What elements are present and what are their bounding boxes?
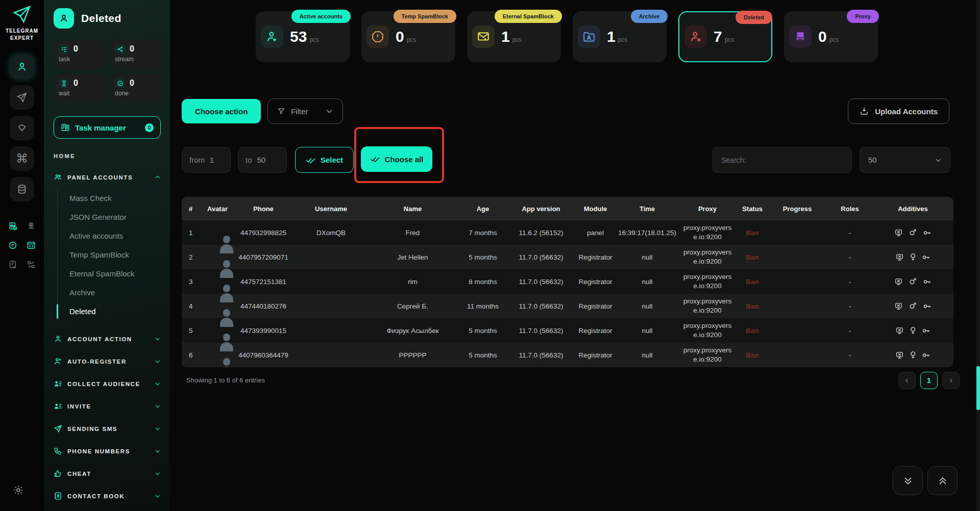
chevron-down-icon <box>154 358 161 365</box>
card-eternal-spamblock[interactable]: Eternal SpamBlock 1pcs <box>467 11 561 62</box>
col-num[interactable]: # <box>182 205 202 213</box>
col-proxy[interactable]: Proxy <box>677 205 738 213</box>
table-row[interactable]: 1 447932998825 DXomQB Fred 7 months 11.6… <box>182 220 953 245</box>
document-check-icon[interactable] <box>8 260 17 271</box>
select-button[interactable]: Select <box>295 147 354 173</box>
sidebar-item-panel-accounts[interactable]: PANEL ACCOUNTS <box>54 173 161 182</box>
sidebar-item-mass-check[interactable]: Mass Check <box>58 189 161 208</box>
choose-all-button[interactable]: Choose all <box>361 146 432 172</box>
sidebar-item-phone-numbers[interactable]: PHONE NUMBERS <box>54 447 161 455</box>
col-time[interactable]: Time <box>617 205 677 213</box>
person-heart-icon <box>261 25 283 48</box>
brand-logo: TELEGRAMEXPERT <box>0 4 44 41</box>
stat-stream-value: 0 <box>130 44 134 54</box>
task-manager-button[interactable]: Task manager 0 <box>54 116 161 139</box>
key-icon[interactable] <box>923 228 932 237</box>
status-badge: Ban <box>738 229 767 237</box>
choose-action-button[interactable]: Choose action <box>182 99 261 123</box>
code-window-icon[interactable] <box>27 241 36 252</box>
spamblock-monitor-icon[interactable] <box>894 228 903 237</box>
rail-command-button[interactable]: ⌘ <box>10 146 34 171</box>
sidebar: Deleted 0 task 0 stream 0 <box>44 0 170 511</box>
vertical-scrollbar[interactable] <box>976 0 980 511</box>
rail-premium-button[interactable] <box>10 116 34 140</box>
card-badge: Deleted <box>736 11 772 24</box>
col-name[interactable]: Name <box>368 205 457 213</box>
card-value: 0 <box>818 28 827 45</box>
col-status[interactable]: Status <box>738 205 767 213</box>
next-page-button[interactable] <box>942 372 960 389</box>
table-row[interactable]: 2 4407957209071 Jet Hellen 5 months 11.7… <box>182 245 953 269</box>
card-active-accounts[interactable]: Active accounts 53pcs <box>256 11 350 62</box>
card-proxy[interactable]: Proxy 0pcs <box>784 11 878 62</box>
upload-accounts-button[interactable]: Upload Accounts <box>848 98 949 124</box>
key-icon[interactable] <box>922 253 930 262</box>
bot-settings-icon[interactable] <box>8 241 17 252</box>
rail-accounts-button[interactable] <box>10 55 34 79</box>
col-progress[interactable]: Progress <box>767 205 827 213</box>
page-number-button[interactable]: 1 <box>920 372 938 389</box>
spamblock-monitor-icon[interactable] <box>894 277 903 286</box>
card-archive[interactable]: Archive 1pcs <box>573 11 667 62</box>
server-check-icon[interactable] <box>8 221 17 233</box>
key-icon[interactable] <box>922 326 930 335</box>
card-unit: pcs <box>512 36 522 43</box>
sidebar-item-archive[interactable]: Archive <box>58 283 161 302</box>
sidebar-item-account-action[interactable]: ACCOUNT ACTION <box>54 335 161 343</box>
rail-send-button[interactable] <box>10 85 34 110</box>
table-row[interactable]: 4 447440180276 Сергей Б. 11 months 11.7.… <box>182 294 953 318</box>
filter-dropdown[interactable]: Filter <box>267 98 343 124</box>
table-row[interactable]: 5 447393990015 Физрук Асылбек 5 months 1… <box>182 318 953 343</box>
scroll-to-bottom-button[interactable] <box>893 466 923 495</box>
account-network-icon[interactable] <box>27 221 36 233</box>
scroll-to-top-button[interactable] <box>927 466 958 495</box>
sidebar-item-sending-sms[interactable]: SENDING SMS <box>54 424 161 433</box>
pagination: 1 <box>898 372 960 389</box>
sidebar-item-deleted[interactable]: Deleted <box>58 302 161 321</box>
col-avatar[interactable]: Avatar <box>202 205 233 213</box>
from-range-input[interactable]: from 1 <box>182 147 231 173</box>
to-range-input[interactable]: to 50 <box>238 147 287 173</box>
gender-icon: ♀ <box>910 253 916 261</box>
people-icon <box>54 173 62 182</box>
rail-database-button[interactable] <box>10 177 34 201</box>
swap-icon[interactable] <box>27 260 36 271</box>
sidebar-item-active-accounts[interactable]: Active accounts <box>58 226 161 245</box>
page-size-select[interactable]: 50 <box>860 147 950 173</box>
sidebar-item-temp-spamblock[interactable]: Temp SpamBlock <box>58 245 161 264</box>
sidebar-item-eternal-spamblock[interactable]: Eternal SpamBlock <box>58 264 161 283</box>
prev-page-button[interactable] <box>898 372 916 389</box>
spamblock-monitor-icon[interactable] <box>894 302 903 311</box>
card-deleted[interactable]: Deleted 7pcs <box>678 11 772 62</box>
sidebar-item-invite[interactable]: INVITE <box>54 402 161 411</box>
key-icon[interactable] <box>923 302 932 311</box>
col-app-version[interactable]: App version <box>508 205 574 213</box>
sidebar-item-collect-audience[interactable]: COLLECT AUDIENCE <box>54 379 161 388</box>
sidebar-item-auto-register[interactable]: AUTO-REGISTER <box>54 357 161 366</box>
col-module[interactable]: Module <box>574 205 617 213</box>
settings-button[interactable] <box>13 484 24 498</box>
key-icon[interactable] <box>923 277 932 286</box>
page-header: Deleted <box>54 8 161 29</box>
card-temp-spamblock[interactable]: Temp SpamBlock 0pcs <box>361 11 455 62</box>
stat-task-label: task <box>59 56 100 63</box>
key-icon[interactable] <box>922 351 930 360</box>
table-row[interactable]: 3 447572151381 rim 8 months 11.7.0 (5663… <box>182 269 953 294</box>
col-username[interactable]: Username <box>294 205 368 213</box>
double-chevron-up-icon <box>937 475 949 487</box>
col-age[interactable]: Age <box>457 205 508 213</box>
spamblock-monitor-icon[interactable] <box>895 351 904 360</box>
spamblock-monitor-icon[interactable] <box>895 253 904 262</box>
paper-plane-icon <box>12 4 32 24</box>
col-roles[interactable]: Roles <box>827 205 872 213</box>
spamblock-monitor-icon[interactable] <box>895 326 904 335</box>
col-additives[interactable]: Additives <box>872 205 953 213</box>
col-phone[interactable]: Phone <box>233 205 294 213</box>
search-input[interactable] <box>713 147 852 173</box>
table-row[interactable]: 6 4407960364479 РРРРРР 5 months 11.7.0 (… <box>182 343 953 367</box>
sidebar-item-json-generator[interactable]: JSON Generator <box>58 208 161 226</box>
sidebar-item-cheat[interactable]: CHEAT <box>54 469 161 478</box>
stat-done-value: 0 <box>130 79 134 88</box>
sidebar-item-contact-book[interactable]: CONTACT BOOK <box>54 492 161 500</box>
scrollbar-thumb[interactable] <box>976 366 980 410</box>
